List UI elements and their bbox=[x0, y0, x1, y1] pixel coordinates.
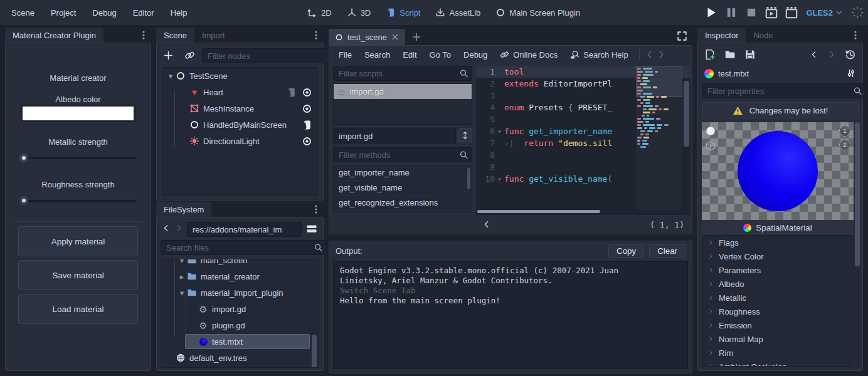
script-history-back[interactable] bbox=[645, 50, 655, 60]
method-get_importer_name[interactable]: get_importer_name bbox=[334, 165, 472, 180]
tab-node[interactable]: Node bbox=[746, 28, 780, 43]
script-menu-debug[interactable]: Debug bbox=[458, 48, 493, 61]
tab-inspector[interactable]: Inspector bbox=[697, 28, 746, 43]
renderer-select[interactable]: GLES2 bbox=[805, 8, 844, 18]
menu-editor[interactable]: Editor bbox=[127, 6, 161, 20]
script-list[interactable]: ⚙import.gd bbox=[333, 83, 472, 125]
add-node-button[interactable] bbox=[163, 50, 174, 61]
slider-track[interactable] bbox=[19, 157, 137, 159]
method-get_recognized_extensions[interactable]: get_recognized_extensions bbox=[334, 196, 472, 211]
preview-light-1-toggle[interactable]: 1 bbox=[839, 125, 850, 137]
play-scene-button[interactable] bbox=[765, 6, 778, 19]
albedo-color-swatch[interactable] bbox=[23, 107, 134, 120]
property-group-flags[interactable]: Flags bbox=[702, 236, 853, 249]
search-files-input[interactable] bbox=[161, 240, 327, 255]
code-minimap[interactable] bbox=[636, 66, 682, 210]
save-resource-icon[interactable] bbox=[744, 49, 756, 60]
workspace-main-screen-plugin[interactable]: Main Screen Plugin bbox=[490, 5, 585, 20]
stop-button[interactable] bbox=[744, 6, 758, 19]
tree-expand-icon[interactable]: ▾ bbox=[177, 288, 186, 298]
tab-material-creator-plugin[interactable]: Material Creator Plugin bbox=[5, 28, 103, 43]
script-menu-search[interactable]: Search bbox=[359, 48, 396, 61]
fs-scrollbar[interactable] bbox=[312, 335, 317, 368]
material-type-row[interactable]: SpatialMaterial bbox=[702, 220, 854, 235]
workspace-2d[interactable]: 2D bbox=[302, 5, 337, 20]
history-back-icon[interactable] bbox=[810, 50, 818, 59]
property-group-albedo[interactable]: Albedo bbox=[702, 277, 853, 291]
fs-item-test-mtxt[interactable]: test.mtxt bbox=[161, 333, 319, 350]
method-list[interactable]: get_importer_nameget_visible_nameget_rec… bbox=[333, 165, 472, 212]
fs-item-default_env-tres[interactable]: default_env.tres bbox=[161, 350, 319, 366]
metallic-slider[interactable] bbox=[19, 154, 137, 162]
new-scene-tab-button[interactable] bbox=[411, 32, 421, 42]
menu-scene[interactable]: Scene bbox=[5, 6, 41, 20]
fs-forward-button[interactable] bbox=[174, 224, 183, 232]
workspace-script[interactable]: Script bbox=[381, 5, 425, 20]
tab-filesystem[interactable]: FileSystem bbox=[156, 202, 211, 217]
preview-light-2-toggle[interactable]: 2 bbox=[839, 139, 850, 150]
pause-button[interactable] bbox=[724, 6, 738, 19]
save-material-button[interactable]: Save material bbox=[18, 260, 138, 290]
edit-history-icon[interactable] bbox=[845, 49, 856, 60]
fold-arrow-icon[interactable]: ▾ bbox=[495, 128, 504, 135]
visibility-eye-icon[interactable] bbox=[302, 136, 312, 147]
filter-methods-input[interactable] bbox=[333, 147, 472, 162]
slider-handle[interactable] bbox=[19, 154, 28, 162]
property-group-rim[interactable]: Rim bbox=[702, 346, 853, 360]
fs-path-breadcrumb[interactable]: res://addons/material_im bbox=[187, 222, 302, 237]
filter-scripts-input[interactable] bbox=[333, 66, 472, 81]
tree-expand-icon[interactable]: ▾ bbox=[166, 71, 175, 81]
property-group-metallic[interactable]: Metallic bbox=[702, 291, 853, 305]
distraction-free-icon[interactable] bbox=[677, 31, 687, 41]
play-button[interactable] bbox=[704, 6, 718, 19]
script-icon[interactable] bbox=[286, 87, 297, 98]
scene-tree[interactable]: ▾TestScene♥HeartMeshInstanceHandledByMai… bbox=[162, 67, 318, 196]
visibility-eye-icon[interactable] bbox=[302, 87, 312, 98]
apply-material-button[interactable]: Apply material bbox=[18, 226, 138, 256]
inspector-scrollbar[interactable] bbox=[855, 122, 860, 367]
visibility-eye-icon[interactable] bbox=[302, 103, 312, 114]
workspace-assetlib[interactable]: AssetLib bbox=[430, 5, 485, 20]
play-custom-scene-button[interactable] bbox=[785, 6, 798, 19]
slider-track[interactable] bbox=[19, 200, 137, 202]
sort-methods-icon[interactable] bbox=[458, 128, 472, 142]
copy-button[interactable]: Copy bbox=[608, 244, 644, 258]
tree-expand-icon[interactable]: ▾ bbox=[177, 259, 186, 265]
scene-tab-test-scene[interactable]: test_scene bbox=[329, 29, 405, 45]
albedo-color-picker[interactable] bbox=[21, 105, 135, 122]
dock-menu-icon[interactable] bbox=[311, 30, 321, 40]
method-get_visible_name[interactable]: get_visible_name bbox=[334, 180, 472, 196]
hide-scripts-panel-icon[interactable] bbox=[482, 220, 491, 229]
property-group-ambient-occlusion[interactable]: Ambient Occlusion bbox=[702, 360, 853, 367]
scene-node-directionallight[interactable]: DirectionalLight bbox=[162, 133, 317, 149]
property-group-normal-map[interactable]: Normal Map bbox=[702, 332, 853, 346]
dock-menu-icon[interactable] bbox=[850, 30, 860, 40]
output-log[interactable]: Godot Engine v3.3.2.stable.mono.official… bbox=[333, 261, 688, 369]
code-hscrollbar[interactable] bbox=[477, 210, 675, 214]
clear-button[interactable]: Clear bbox=[649, 244, 685, 258]
load-resource-icon[interactable] bbox=[724, 49, 736, 60]
history-forward-icon[interactable] bbox=[827, 50, 836, 59]
load-material-button[interactable]: Load material bbox=[18, 294, 138, 324]
dock-menu-icon[interactable] bbox=[139, 30, 149, 40]
roughness-slider[interactable] bbox=[19, 196, 137, 205]
menu-debug[interactable]: Debug bbox=[86, 6, 122, 20]
script-history-forward[interactable] bbox=[656, 50, 666, 60]
fold-arrow-icon[interactable]: ▾ bbox=[495, 175, 504, 182]
fs-item-material_creator[interactable]: ▸material_creator bbox=[161, 268, 319, 285]
script-menu-edit[interactable]: Edit bbox=[397, 48, 422, 61]
preview-box-toggle[interactable] bbox=[705, 140, 716, 152]
fs-back-button[interactable] bbox=[162, 224, 171, 232]
search-help-button[interactable]: Search Help bbox=[564, 48, 634, 61]
new-resource-icon[interactable] bbox=[704, 49, 716, 60]
code-vscrollbar[interactable] bbox=[684, 67, 689, 209]
fs-item-import-gd[interactable]: ⚙import.gd bbox=[161, 301, 319, 317]
method-scrollbar[interactable] bbox=[467, 168, 470, 189]
preview-sphere-toggle[interactable] bbox=[705, 125, 716, 137]
filesystem-tree[interactable]: ▾main_screen▸material_creator▾material_i… bbox=[161, 259, 319, 368]
online-docs-button[interactable]: Online Docs bbox=[494, 48, 563, 61]
filter-properties-input[interactable] bbox=[702, 83, 866, 98]
tab-scene[interactable]: Scene bbox=[156, 28, 194, 43]
scene-node-testscene[interactable]: ▾TestScene bbox=[162, 68, 317, 84]
script-icon[interactable] bbox=[302, 120, 312, 130]
